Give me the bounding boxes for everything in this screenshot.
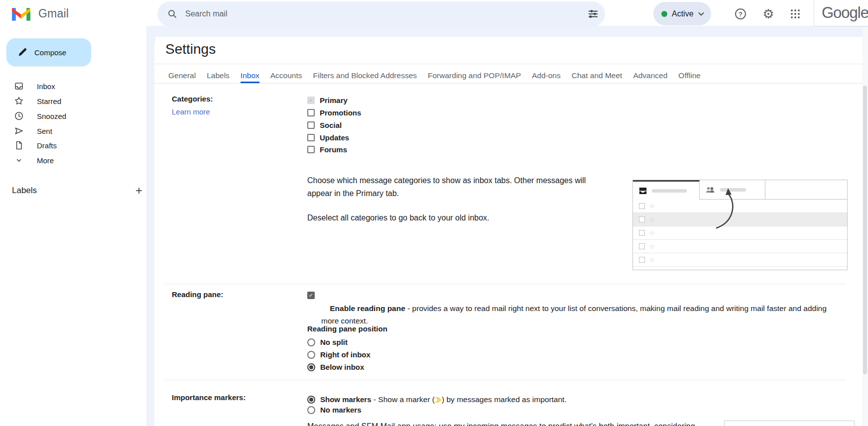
gmail-wordmark: Gmail	[38, 7, 69, 20]
title-divider	[154, 64, 868, 64]
sidebar-item-more[interactable]: More	[0, 153, 129, 168]
checkbox-row-forums: Forums	[307, 145, 347, 154]
categories-learn-more-link[interactable]: Learn more	[172, 107, 210, 116]
importance-markers-label: Importance markers:	[172, 393, 246, 402]
checkbox-label: Social	[320, 121, 342, 129]
checkbox-row-updates: Updates	[307, 133, 349, 142]
tab-chat-meet[interactable]: Chat and Meet	[572, 69, 622, 83]
checkbox-label: Primary	[320, 96, 348, 105]
checkbox-label: Promotions	[320, 108, 361, 117]
tab-general[interactable]: General	[168, 69, 196, 83]
google-overlay-window: Google	[814, 0, 868, 26]
tab-accounts[interactable]: Accounts	[270, 69, 302, 83]
radio-label: Right of inbox	[320, 350, 371, 359]
labels-title: Labels	[12, 186, 37, 196]
status-green-dot	[661, 11, 667, 17]
reading-pane-label: Reading pane:	[172, 290, 223, 299]
section-divider	[165, 284, 847, 284]
inbox-icon	[14, 81, 24, 91]
status-label: Active	[672, 9, 694, 18]
send-icon	[14, 126, 24, 136]
show-markers-desc-before: - Show a marker (	[372, 395, 435, 404]
section-divider	[165, 380, 847, 380]
help-icon[interactable]: ?	[729, 2, 752, 25]
sidebar-item-label: Snoozed	[37, 112, 66, 120]
categories-description-2: Deselect all categories to go back to yo…	[307, 212, 606, 224]
tab-addons[interactable]: Add-ons	[532, 69, 561, 83]
tab-offline[interactable]: Offline	[678, 69, 701, 83]
sidebar-item-label: Inbox	[37, 82, 55, 91]
search-icon[interactable]	[157, 9, 184, 19]
radio-row-no-markers: No markers	[307, 406, 362, 414]
compose-label: Compose	[34, 48, 66, 57]
tab-filters[interactable]: Filters and Blocked Addresses	[313, 69, 417, 83]
checkbox-row-promotions: Promotions	[307, 108, 361, 117]
promotions-checkbox[interactable]	[307, 109, 315, 116]
status-chip[interactable]: Active	[653, 2, 711, 25]
radio-row-below-inbox: Below inbox	[307, 363, 364, 371]
sidebar-item-inbox[interactable]: Inbox	[0, 79, 129, 94]
enable-reading-pane-checkbox[interactable]	[307, 292, 315, 299]
compose-button[interactable]: Compose	[6, 38, 91, 66]
checkbox-label: Updates	[320, 133, 349, 142]
importance-description-clipped: Messages and SFM Mail app usage: use my …	[307, 420, 726, 426]
sidebar-item-snoozed[interactable]: Snoozed	[0, 108, 129, 123]
show-markers-text: Show markers - Show a marker () by messa…	[320, 393, 567, 406]
radio-label: No split	[320, 338, 348, 346]
gmail-brand: Gmail	[12, 6, 69, 21]
categories-label: Categories:	[172, 95, 213, 103]
no-markers-label: No markers	[320, 406, 362, 414]
radio-row-right-of-inbox: Right of inbox	[307, 350, 371, 359]
radio-row-show-markers: Show markers - Show a marker () by messa…	[307, 393, 567, 406]
no-split-radio[interactable]	[307, 338, 315, 346]
background-gutter-top	[146, 26, 868, 37]
draft-icon	[14, 140, 24, 150]
scrollbar-thumb[interactable]	[863, 86, 867, 374]
tab-inbox[interactable]: Inbox	[241, 69, 259, 83]
categories-description: Choose which message categories to show …	[307, 174, 606, 200]
checkbox-row-primary: Primary	[307, 96, 348, 105]
chevron-down-icon	[14, 155, 24, 165]
checkbox-row-social: Social	[307, 121, 342, 129]
tab-labels[interactable]: Labels	[207, 69, 230, 83]
sidebar-item-label: More	[37, 156, 54, 165]
importance-marker-icon	[435, 397, 442, 403]
right-of-inbox-radio[interactable]	[307, 351, 315, 359]
reading-pane-position-header: Reading pane position	[307, 324, 387, 333]
social-checkbox[interactable]	[307, 121, 315, 129]
pencil-icon	[17, 47, 27, 57]
tab-advanced[interactable]: Advanced	[633, 69, 667, 83]
radio-row-no-split: No split	[307, 338, 348, 346]
chevron-down-icon	[698, 12, 704, 16]
no-markers-radio[interactable]	[307, 406, 315, 414]
google-wordmark: Google	[814, 4, 868, 22]
search-input[interactable]	[184, 9, 581, 19]
show-markers-desc-after: ) by messages marked as important.	[442, 395, 567, 404]
tab-forwarding[interactable]: Forwarding and POP/IMAP	[428, 69, 521, 83]
sidebar-item-label: Starred	[37, 97, 61, 106]
sidebar-item-sent[interactable]: Sent	[0, 123, 129, 138]
search-bar[interactable]	[157, 1, 605, 26]
tune-icon[interactable]	[581, 2, 605, 26]
below-inbox-radio[interactable]	[307, 363, 315, 371]
primary-checkbox[interactable]	[307, 97, 315, 104]
sidebar-item-starred[interactable]: Starred	[0, 94, 129, 108]
updates-checkbox[interactable]	[307, 134, 315, 141]
gear-icon[interactable]: ⚙	[757, 2, 780, 25]
sidebar-item-label: Drafts	[37, 141, 57, 150]
create-label-button[interactable]: +	[135, 185, 142, 197]
page-title: Settings	[165, 41, 216, 57]
sidebar-item-drafts[interactable]: Drafts	[0, 138, 129, 153]
clock-icon	[14, 111, 24, 121]
apps-grid-icon[interactable]	[784, 2, 807, 25]
labels-section-header: Labels +	[12, 185, 142, 197]
show-markers-radio[interactable]	[307, 396, 315, 404]
gmail-settings-page: Gmail Active ? ⚙	[0, 0, 868, 426]
categories-illustration: ☆ ☆ ☆ ☆ ☆	[632, 180, 848, 270]
checkbox-label: Forums	[320, 145, 347, 154]
importance-illustration-partial	[724, 421, 855, 426]
star-icon	[14, 96, 24, 106]
forums-checkbox[interactable]	[307, 146, 315, 153]
settings-tabs: General Labels Inbox Accounts Filters an…	[154, 69, 863, 84]
gmail-logo-icon	[12, 6, 30, 21]
